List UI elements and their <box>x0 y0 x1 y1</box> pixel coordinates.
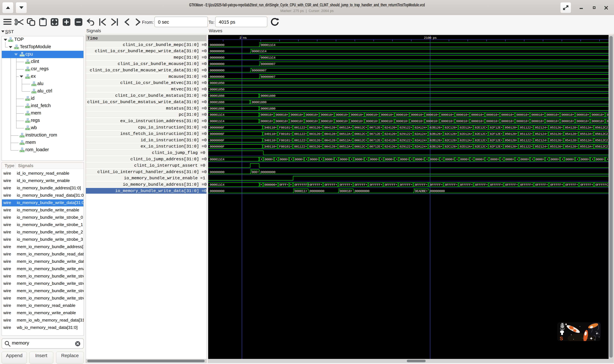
svg-text:000010+: 000010+ <box>531 119 544 123</box>
svg-text:00001888: 00001888 <box>210 100 224 104</box>
svg-text:024120+: 024120+ <box>384 139 397 142</box>
svg-text:+: + <box>561 157 563 161</box>
svg-text:000+: 000+ <box>251 170 259 174</box>
svg-text:05612C2: 05612C2 <box>595 145 608 148</box>
svg-text:S: S <box>560 336 563 341</box>
svg-text:000010+: 000010+ <box>501 119 514 123</box>
svg-text:+: + <box>471 157 473 161</box>
svg-text:02F12E+: 02F12E+ <box>490 139 503 142</box>
svg-text:0000006F: 0000006F <box>210 126 224 130</box>
svg-text:000010+: 000010+ <box>576 119 589 123</box>
svg-text:+: + <box>576 157 578 161</box>
svg-text:004128+: 004128+ <box>324 145 337 148</box>
svg-text:000010+: 000010+ <box>516 119 529 123</box>
svg-text:02F12E+: 02F12E+ <box>490 145 503 148</box>
svg-text:029122+: 029122+ <box>399 126 412 130</box>
svg-text:000010+: 000010+ <box>486 119 499 123</box>
svg-text:000010+: 000010+ <box>516 113 529 117</box>
svg-text:0FFFFF+: 0FFFFF+ <box>460 183 473 187</box>
svg-text:029122+: 029122+ <box>399 145 412 148</box>
svg-text:054128+: 054128+ <box>565 126 578 130</box>
svg-text:004128+: 004128+ <box>324 139 337 142</box>
svg-text:004128+: 004128+ <box>324 132 337 136</box>
svg-text:050120+: 050120+ <box>505 126 518 130</box>
svg-text:02E12C+: 02E12C+ <box>474 139 488 142</box>
svg-text:050120+: 050120+ <box>505 139 518 142</box>
svg-text:000010+: 000010+ <box>426 119 439 123</box>
svg-text:05512A+: 05512A+ <box>580 139 593 142</box>
svg-text:0FFFFF+: 0FFFFF+ <box>400 183 413 187</box>
svg-text:02C128+: 02C128+ <box>445 145 458 148</box>
svg-text:0: 0 <box>606 113 608 117</box>
svg-text:004128+: 004128+ <box>324 126 337 130</box>
svg-text:000010+: 000010+ <box>546 113 559 117</box>
svg-text:0: 0 <box>606 119 608 123</box>
svg-text:053126+: 053126+ <box>550 139 563 142</box>
svg-text:000011C4: 000011C4 <box>210 157 224 161</box>
svg-text:000010+: 000010+ <box>591 113 604 117</box>
svg-text:000010+: 000010+ <box>381 113 394 117</box>
svg-text:00000000: 00000000 <box>210 170 224 174</box>
svg-text:F80101+: F80101+ <box>279 132 292 136</box>
svg-text:000010+: 000010+ <box>366 113 379 117</box>
svg-text:340110+: 340110+ <box>264 132 277 136</box>
svg-text:02D12A+: 02D12A+ <box>460 132 473 136</box>
svg-text:0000+: 0000+ <box>355 157 364 161</box>
svg-text:0000006F: 0000006F <box>210 145 224 148</box>
svg-text:0000+: 0000+ <box>505 157 515 161</box>
svg-text:000010+: 000010+ <box>576 113 589 117</box>
svg-text:00000000: 00000000 <box>210 189 224 193</box>
svg-text:ps: ps <box>433 36 436 40</box>
svg-text:000011C4: 000011C4 <box>261 56 276 60</box>
svg-text:0FFFFF+: 0FFFFF+ <box>475 183 488 187</box>
svg-text:000010+: 000010+ <box>426 113 439 117</box>
svg-text:000010+: 000010+ <box>321 119 334 123</box>
svg-text:80000007: 80000007 <box>261 62 275 66</box>
svg-text:02D12A+: 02D12A+ <box>460 126 473 130</box>
svg-text:0FFFFF+: 0FFFFF+ <box>580 183 593 187</box>
svg-text:05612C2: 05612C2 <box>595 139 608 142</box>
svg-text:02A124+: 02A124+ <box>415 126 427 130</box>
svg-text:+: + <box>426 157 428 161</box>
svg-text:00000000: 00000000 <box>261 170 276 174</box>
svg-text:000010+: 000010+ <box>441 113 454 117</box>
svg-text:00000000: 00000000 <box>210 75 224 79</box>
svg-text:0000+: 0000+ <box>325 157 334 161</box>
svg-text:0000+: 0000+ <box>520 157 530 161</box>
svg-text:02B126+: 02B126+ <box>430 132 442 136</box>
svg-text:000010+: 000010+ <box>411 113 424 117</box>
svg-text:00000000: 00000000 <box>210 43 224 47</box>
svg-text:000010+: 000010+ <box>291 113 304 117</box>
svg-text:0000+: 0000+ <box>460 157 469 161</box>
svg-text:02E12C+: 02E12C+ <box>474 145 488 148</box>
svg-text:050120+: 050120+ <box>505 132 518 136</box>
svg-text:+: + <box>501 157 503 161</box>
svg-text:000011C4: 000011C4 <box>210 183 224 187</box>
svg-text:000011C4: 000011C4 <box>210 119 224 123</box>
svg-text:0FFFFF+: 0FFFFF+ <box>324 183 337 187</box>
svg-text:0000+: 0000+ <box>475 157 484 161</box>
svg-text:00001050: 00001050 <box>210 81 224 85</box>
svg-text:000010+: 000010+ <box>591 119 604 123</box>
svg-text:DEADBE+: DEADBE+ <box>415 189 428 193</box>
svg-text:80000007: 80000007 <box>261 75 275 79</box>
svg-text:0FFFFF+: 0FFFFF+ <box>445 183 458 187</box>
svg-text:+: + <box>516 157 518 161</box>
svg-text:000010+: 000010+ <box>456 113 469 117</box>
svg-text:00000000: 00000000 <box>355 189 370 193</box>
svg-text:001122+: 001122+ <box>294 126 307 130</box>
svg-text:000010+: 000010+ <box>321 113 334 117</box>
svg-text:000010+: 000010+ <box>396 113 409 117</box>
svg-text:001122+: 001122+ <box>294 139 307 142</box>
svg-text:02E12C+: 02E12C+ <box>474 126 488 130</box>
svg-text:000011+: 000011+ <box>294 189 307 193</box>
svg-text:00612C+: 00612C+ <box>354 126 367 130</box>
svg-text:052124+: 052124+ <box>535 132 548 136</box>
svg-text:+: + <box>260 183 262 187</box>
svg-text:000010+: 000010+ <box>411 119 424 123</box>
svg-text:0FFFFF+: 0FFFFF+ <box>565 183 578 187</box>
svg-text:0FFFFF+: 0FFFFF+ <box>520 183 533 187</box>
svg-text:000010+: 000010+ <box>441 119 454 123</box>
svg-text:024120+: 024120+ <box>384 145 397 148</box>
svg-text:000010+: 000010+ <box>336 113 349 117</box>
